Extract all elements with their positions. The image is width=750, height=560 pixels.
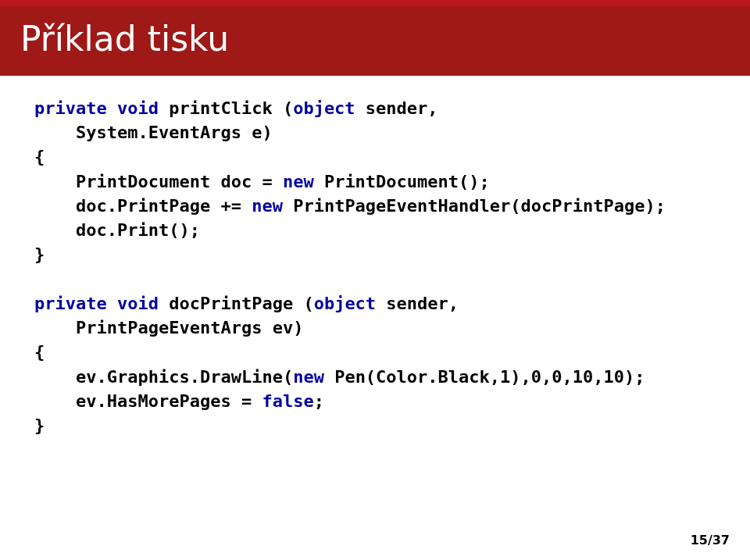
keyword: false bbox=[262, 391, 313, 411]
code-text: { bbox=[34, 342, 45, 362]
code-text: PrintPageEventHandler(docPrintPage); bbox=[283, 196, 666, 216]
code-text: PrintDocument(); bbox=[314, 172, 490, 191]
keyword: private void bbox=[34, 98, 159, 118]
keyword: object bbox=[293, 98, 355, 118]
code-text: ev.Graphics.DrawLine( bbox=[34, 367, 293, 387]
slide-header: Příklad tisku bbox=[0, 6, 750, 76]
code-text: } bbox=[34, 244, 45, 264]
code-text: PrintPageEventArgs ev) bbox=[34, 318, 303, 337]
keyword: object bbox=[314, 294, 376, 313]
keyword: new bbox=[283, 172, 314, 191]
code-text: ; bbox=[314, 391, 324, 411]
page-number: 15/37 bbox=[691, 533, 730, 548]
code-text: sender, bbox=[355, 98, 438, 118]
code-text: sender, bbox=[376, 294, 459, 313]
code-text: printClick ( bbox=[159, 98, 293, 118]
code-text: docPrintPage ( bbox=[159, 294, 314, 313]
code-text: PrintDocument doc = bbox=[34, 172, 283, 191]
keyword: new bbox=[293, 367, 324, 387]
slide: Příklad tisku private void printClick (o… bbox=[0, 0, 750, 560]
code-text: ev.HasMorePages = bbox=[34, 391, 262, 411]
code-text: Pen(Color.Black,1),0,0,10,10); bbox=[324, 367, 645, 387]
header-accent bbox=[0, 0, 750, 6]
code-text: doc.PrintPage += bbox=[34, 196, 252, 216]
slide-content: private void printClick (object sender, … bbox=[0, 76, 750, 437]
code-text: System.EventArgs e) bbox=[34, 123, 273, 142]
code-block: private void printClick (object sender, … bbox=[34, 96, 719, 437]
keyword: new bbox=[252, 196, 283, 216]
code-text: } bbox=[34, 416, 45, 435]
slide-title: Příklad tisku bbox=[20, 19, 730, 59]
keyword: private void bbox=[34, 294, 159, 313]
code-text: doc.Print(); bbox=[34, 220, 200, 240]
code-text: { bbox=[34, 147, 45, 166]
